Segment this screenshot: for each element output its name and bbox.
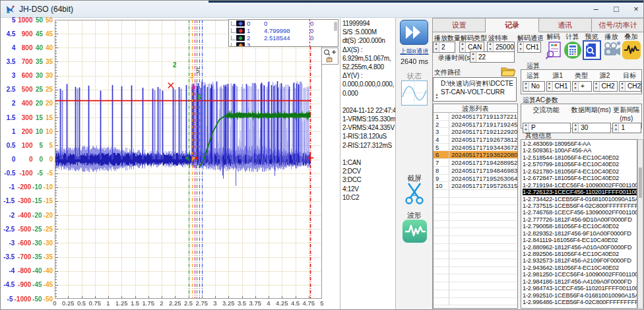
tab-record[interactable]: 记录 [486,18,538,32]
other-info-row[interactable]: 1-2.570799-181056F4-EC10C40E02 [521,161,637,168]
waveform-list-row[interactable]: 32024051717192122920.j [434,128,517,136]
combo-value[interactable]: 30 [579,123,610,133]
waveform-list-row[interactable] [434,228,517,236]
other-info-row[interactable]: 1-2.841119-181056F4-EC10C40E02 [521,237,637,243]
spinner-arrows-icon[interactable]: ▲▼ [613,123,619,133]
other-info-row[interactable]: 1-2.829352-1812F456-9F10A00F0000FD [521,230,637,237]
combo-spinner[interactable]: ▲▼No [523,81,545,92]
record-time-value[interactable]: 22 [476,52,514,62]
spinner-arrows-icon[interactable]: ▲▼ [518,42,524,52]
waveform-list-row[interactable]: 102024051717195726315.j [434,182,517,190]
fast-forward-button[interactable] [400,20,428,45]
spinner-arrows-icon[interactable]: ▲▼ [434,42,439,52]
plot-zoom-toolbox[interactable] [321,47,338,65]
combo-value[interactable]: No [529,82,544,91]
spinner-arrows-icon[interactable]: ▲▼ [573,123,579,133]
tab-comm[interactable]: 通讯 [539,18,592,32]
close-button[interactable]: × [625,2,644,16]
waveform-list-row[interactable]: 12024051717191137221.j [434,113,517,121]
combo-value[interactable]: CH2 [600,82,617,91]
waveform-list-row[interactable] [434,267,517,275]
waveform-plot-canvas[interactable] [55,20,322,299]
spinner-arrows-icon[interactable]: ▲▼ [547,82,553,91]
other-info-row[interactable]: 1-2.777726-1812F456-9D10A00F0000FD [521,216,637,223]
status-waveform-thumbnail[interactable] [401,80,428,106]
record-time-spinner[interactable]: ▲▼22 [470,51,515,63]
spinner-arrows-icon[interactable]: ▲▼ [470,52,476,62]
other-info-row[interactable]: 1-2.984743-1CECF456-110201FFFF001100 [521,285,637,292]
minimize-button[interactable]: – [585,2,607,16]
scrollbar-thumb[interactable] [639,168,642,198]
other-info-row[interactable]: 1-2.996486-1CEB56F4-02C800FFFFFFFFFF [521,299,637,305]
combo-spinner[interactable]: ▲▼CH1 [546,81,571,92]
baud-rate-value[interactable]: 250000 [494,42,514,52]
overlay-button[interactable]: 叠加 [622,32,641,61]
waveform-list-row[interactable] [434,205,517,213]
waveform-list-row[interactable] [434,198,517,206]
spinner-arrows-icon[interactable]: ▲▼ [488,42,494,52]
spinner-arrows-icon[interactable]: ▲▼ [523,82,529,91]
combo-value[interactable]: CH2 [626,82,641,91]
file-path-box[interactable]: D:\快速访问资料\DCCTEST-CAN-VOLT-CURR ▲▼ [433,77,517,102]
legend-row[interactable]: ◆000 [229,20,338,27]
other-info-row[interactable]: 1-2.483069-180956F4-AA [521,140,637,147]
maximize-button[interactable]: □ [605,2,628,16]
other-info-row[interactable]: 1-2.932573-1812F456-A2109F0F0000FD [521,257,637,264]
other-info-row[interactable]: 1-2.726123-1CECF456-110201FFFF001100 [521,189,637,195]
other-info-row[interactable]: 1-2.719194-1CEC56F4-10090002FF001100 [521,182,637,189]
legend-row[interactable]: ◆3 [229,42,338,47]
channel-legend[interactable]: ◆000◆14.7999980◆22.5185440◆3 [228,19,338,47]
waveform-button[interactable] [402,220,427,243]
play-count-value[interactable]: 2 [439,42,455,52]
waveform-list-row[interactable] [434,213,517,221]
combo-spinner[interactable]: ▲▼CH2 [593,81,618,92]
combo-spinner[interactable]: ▲▼30 [572,123,611,133]
waveform-list-row[interactable]: 62024051717193822080.j [434,151,517,159]
other-info-list[interactable]: 1-2.483069-180956F4-AA1-2.509361-100AF45… [521,139,637,309]
waveform-list-row[interactable]: 42024051717192673812.j [434,136,517,144]
other-info-row[interactable]: 1-2.518544-181056F4-EC10C40E02 [521,154,637,161]
combo-spinner[interactable]: ▲▼+ [572,81,592,92]
other-info-row[interactable]: 1-2.992510-1CEB56F4-016810010090A15A [521,292,637,299]
waveform-list-row[interactable] [434,190,517,198]
decode-type-value[interactable]: CAN [466,42,484,52]
decode-button[interactable]: 解码 [544,32,563,61]
open-folder-icon[interactable] [501,66,515,77]
play-count-spinner[interactable]: ▲▼2 [433,42,455,53]
other-info-row[interactable]: 1-2.892506-181056F4-EC10C40E02 [521,251,637,257]
waveform-list-row[interactable]: 52024051717193443672.j [434,144,517,152]
other-info-row[interactable]: 1-2.981250-1CEC56F4-10090002FF001100 [521,271,637,278]
waveform-list-row[interactable] [434,251,517,259]
other-info-row[interactable]: 1-2.984186-1812F456-A4109A0F0000FD [521,278,637,285]
other-info-row[interactable]: 1-2.790058-181056F4-EC10C40E02 [521,223,637,230]
spinner-arrows-icon[interactable]: ▲▼ [620,82,626,91]
spinner-arrows-icon[interactable]: ▲▼ [573,82,579,91]
other-info-row[interactable]: 1-2.737515-1CEB56F4-02C800FFFFFFFFFF [521,202,637,209]
legend-scrollbar[interactable] [334,22,337,31]
preview-button[interactable]: 预览 [582,32,601,61]
waveform-list-row[interactable]: 22024051717191719245.j [434,121,517,129]
other-info-row[interactable]: 1-2.734422-1CEB56F4-016810010090A15A [521,196,637,202]
spinner-arrows-icon[interactable]: ▲▼ [434,93,439,100]
spinner-arrows-icon[interactable]: ▲▼ [460,42,466,52]
tab-settings[interactable]: 设置 [432,18,486,32]
legend-row[interactable]: ◆14.7999980 [229,27,338,34]
combo-value[interactable]: CH1 [553,82,570,91]
other-info-row[interactable]: 1-2.509361-100AF456-AA [521,147,637,154]
waveform-list-row[interactable] [434,274,517,282]
waveform-list-row[interactable] [434,244,517,252]
other-info-row[interactable]: 1-2.621780-181056F4-EC10C40E02 [521,168,637,175]
waveform-list-row[interactable]: 82024051717194846983.j [434,167,517,175]
play-button[interactable]: 播放 ⊕ [602,32,621,61]
screenshot-button[interactable] [404,181,425,208]
tab-signal-power[interactable]: 信号/功率计 [592,18,644,32]
combo-value[interactable]: 1 [619,123,641,133]
waveform-list-row[interactable]: 92024051717195263064.j [434,175,517,183]
waveform-list-row[interactable]: 72024051717194288952.j [434,159,517,167]
other-info-row[interactable]: 1-2.880962-1812F456-A010A00F0000FD [521,244,637,251]
other-info-row[interactable]: 1-2.943642-181056F4-EC10C40E02 [521,264,637,271]
waveform-list-row[interactable] [434,221,517,229]
waveform-list-row[interactable] [434,236,517,244]
waveform-list-row[interactable] [434,259,517,267]
enable-8-channel-link[interactable]: 上能8通道 [396,47,433,56]
